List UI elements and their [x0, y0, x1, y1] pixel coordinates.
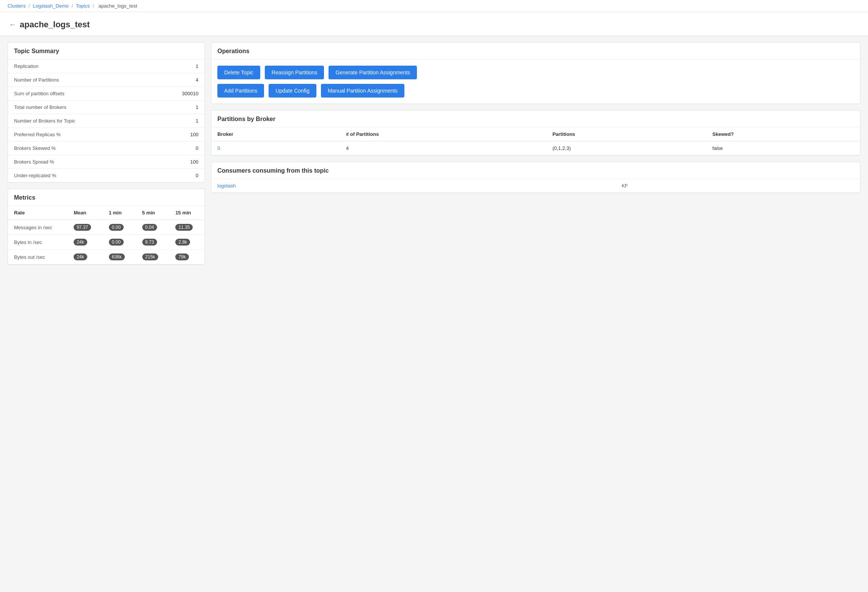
- summary-row: Brokers Skewed % 0: [8, 142, 204, 155]
- summary-label: Replication: [8, 60, 149, 73]
- metric-15min: 11.35: [169, 220, 204, 235]
- summary-label: Number of Brokers for Topic: [8, 114, 149, 128]
- partitions-col-header: Partitions: [546, 128, 706, 141]
- partitions-table: Broker# of PartitionsPartitionsSkewed? 0…: [211, 128, 860, 155]
- metrics-title: Metrics: [8, 189, 204, 206]
- consumer-link[interactable]: logstash: [217, 183, 236, 189]
- ops-row-2: Add PartitionsUpdate ConfigManual Partit…: [217, 84, 854, 98]
- metric-5min: 0.04: [136, 220, 170, 235]
- update-config-button[interactable]: Update Config: [269, 84, 316, 98]
- consumers-table: logstash KF: [211, 179, 860, 193]
- metrics-row: Bytes in /sec 24k 0.00 9.73 2.8k: [8, 235, 204, 250]
- partitions-by-broker-title: Partitions by Broker: [211, 110, 860, 128]
- breadcrumb-demo[interactable]: Logstash_Demo: [33, 3, 69, 9]
- metrics-row: Bytes out /sec 24k 636k 215k 79k: [8, 250, 204, 265]
- breadcrumb-sep2: /: [72, 3, 73, 9]
- breadcrumb-topics[interactable]: Topics: [76, 3, 90, 9]
- consumer-type: KF: [616, 179, 860, 193]
- metric-rate-label: Bytes out /sec: [8, 250, 68, 265]
- summary-label: Preferred Replicas %: [8, 128, 149, 142]
- partitions-col-header: Broker: [211, 128, 340, 141]
- left-column: Topic Summary Replication 1 Number of Pa…: [8, 42, 205, 265]
- summary-label: Under-replicated %: [8, 169, 149, 183]
- skewed-value: false: [706, 141, 860, 155]
- summary-value: 1: [149, 114, 204, 128]
- metric-mean: 24k: [68, 235, 103, 250]
- metric-1min: 0.00: [103, 235, 136, 250]
- metric-15min: 79k: [169, 250, 204, 265]
- generate-partition-assignments-button[interactable]: Generate Partition Assignments: [329, 66, 417, 79]
- summary-label: Total number of Brokers: [8, 101, 149, 114]
- manual-partition-assignments-button[interactable]: Manual Partition Assignments: [321, 84, 404, 98]
- metric-5min: 215k: [136, 250, 170, 265]
- metric-mean: 97.37: [68, 220, 103, 235]
- breadcrumb-sep1: /: [28, 3, 30, 9]
- summary-row: Total number of Brokers 1: [8, 101, 204, 114]
- metric-1min: 0.00: [103, 220, 136, 235]
- metric-rate-label: Bytes in /sec: [8, 235, 68, 250]
- summary-row: Brokers Spread % 100: [8, 155, 204, 169]
- summary-row: Number of Partitions 4: [8, 73, 204, 87]
- operations-grid: Delete TopicReassign PartitionsGenerate …: [211, 60, 860, 104]
- broker-id: 0: [211, 141, 340, 155]
- num-partitions: 4: [340, 141, 546, 155]
- breadcrumb-sep3: /: [93, 3, 94, 9]
- consumers-title: Consumers consuming from this topic: [211, 162, 860, 179]
- summary-row: Number of Brokers for Topic 1: [8, 114, 204, 128]
- partitions-by-broker-card: Partitions by Broker Broker# of Partitio…: [211, 110, 860, 156]
- summary-row: Sum of partition offsets 300010: [8, 87, 204, 101]
- summary-value: 100: [149, 128, 204, 142]
- metric-15min: 2.8k: [169, 235, 204, 250]
- metrics-row: Messages in /sec 97.37 0.00 0.04 11.35: [8, 220, 204, 235]
- summary-label: Brokers Skewed %: [8, 142, 149, 155]
- metrics-table: Rate Mean 1 min 5 min 15 min Messages in…: [8, 206, 204, 265]
- summary-row: Under-replicated % 0: [8, 169, 204, 183]
- metrics-col-rate: Rate: [8, 206, 68, 220]
- breadcrumb: Clusters / Logstash_Demo / Topics / apac…: [0, 0, 868, 12]
- metrics-col-mean: Mean: [68, 206, 103, 220]
- summary-value: 0: [149, 142, 204, 155]
- metrics-col-1min: 1 min: [103, 206, 136, 220]
- main-content: Topic Summary Replication 1 Number of Pa…: [0, 36, 868, 271]
- summary-value: 0: [149, 169, 204, 183]
- page-header: ← apache_logs_test: [0, 12, 868, 36]
- topic-summary-card: Topic Summary Replication 1 Number of Pa…: [8, 42, 205, 183]
- delete-topic-button[interactable]: Delete Topic: [217, 66, 260, 79]
- summary-value: 1: [149, 60, 204, 73]
- summary-value: 1: [149, 101, 204, 114]
- summary-label: Sum of partition offsets: [8, 87, 149, 101]
- metrics-card: Metrics Rate Mean 1 min 5 min 15 min Mes…: [8, 189, 205, 265]
- summary-label: Number of Partitions: [8, 73, 149, 87]
- breadcrumb-current: apache_logs_test: [99, 3, 137, 9]
- topic-summary-title: Topic Summary: [8, 43, 204, 60]
- consumer-row: logstash KF: [211, 179, 860, 193]
- breadcrumb-clusters[interactable]: Clusters: [8, 3, 26, 9]
- metrics-col-5min: 5 min: [136, 206, 170, 220]
- summary-value: 4: [149, 73, 204, 87]
- broker-link[interactable]: 0: [217, 145, 220, 151]
- summary-row: Preferred Replicas % 100: [8, 128, 204, 142]
- partitions-list: (0,1,2,3): [546, 141, 706, 155]
- operations-card: Operations Delete TopicReassign Partitio…: [211, 42, 860, 104]
- summary-value: 100: [149, 155, 204, 169]
- metric-rate-label: Messages in /sec: [8, 220, 68, 235]
- back-arrow-icon[interactable]: ←: [9, 21, 16, 29]
- summary-row: Replication 1: [8, 60, 204, 73]
- ops-row-1: Delete TopicReassign PartitionsGenerate …: [217, 66, 854, 79]
- right-column: Operations Delete TopicReassign Partitio…: [211, 42, 860, 265]
- summary-value: 300010: [149, 87, 204, 101]
- partitions-row: 0 4 (0,1,2,3) false: [211, 141, 860, 155]
- partitions-col-header: Skewed?: [706, 128, 860, 141]
- summary-label: Brokers Spread %: [8, 155, 149, 169]
- reassign-partitions-button[interactable]: Reassign Partitions: [265, 66, 324, 79]
- consumer-name: logstash: [211, 179, 616, 193]
- consumers-card: Consumers consuming from this topic logs…: [211, 162, 860, 193]
- metric-1min: 636k: [103, 250, 136, 265]
- metric-5min: 9.73: [136, 235, 170, 250]
- metrics-col-15min: 15 min: [169, 206, 204, 220]
- topic-summary-table: Replication 1 Number of Partitions 4 Sum…: [8, 60, 204, 182]
- partitions-col-header: # of Partitions: [340, 128, 546, 141]
- add-partitions-button[interactable]: Add Partitions: [217, 84, 264, 98]
- operations-title: Operations: [211, 43, 860, 60]
- page-title: apache_logs_test: [20, 20, 90, 30]
